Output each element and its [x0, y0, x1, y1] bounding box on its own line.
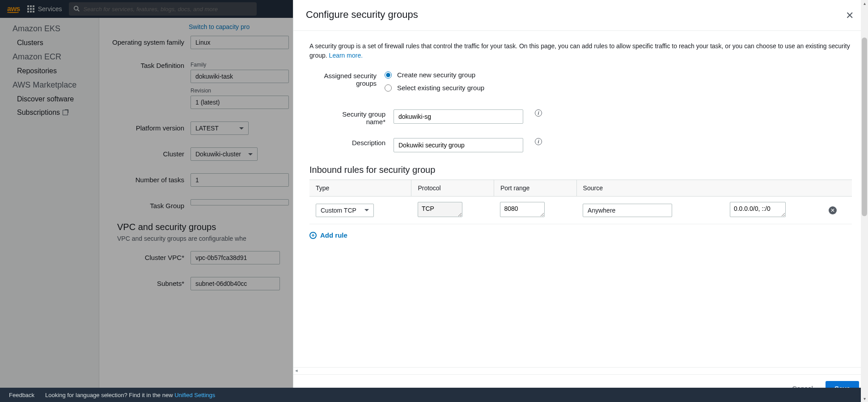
rule-source-cidr-field[interactable]	[730, 202, 786, 217]
chevron-down-icon	[364, 209, 369, 211]
sg-description-label: Description	[332, 138, 385, 147]
learn-more-link[interactable]: Learn more.	[329, 52, 363, 59]
th-port-range: Port range	[494, 180, 576, 197]
remove-rule-icon[interactable]: ✕	[829, 206, 837, 214]
scroll-up-icon: ▴	[864, 1, 866, 6]
modal-intro: A security group is a set of firewall ru…	[309, 42, 852, 60]
th-type: Type	[309, 180, 411, 197]
rule-port-field[interactable]	[500, 202, 545, 217]
rule-source-select[interactable]: Anywhere	[583, 204, 672, 217]
modal-horizontal-scrollbar[interactable]: ◂ ▸	[293, 367, 868, 374]
radio-create-sg[interactable]	[385, 71, 392, 79]
unified-settings-link[interactable]: Unified Settings	[174, 392, 217, 398]
modal-title: Configure security groups	[306, 9, 418, 21]
radio-create-sg-label: Create new security group	[397, 71, 475, 79]
plus-circle-icon: +	[309, 232, 317, 239]
scroll-down-icon: ▾	[864, 396, 866, 401]
modal-header: Configure security groups ✕	[293, 0, 868, 31]
rule-protocol-field	[418, 202, 462, 217]
feedback-link[interactable]: Feedback	[9, 392, 34, 398]
rule-type-select[interactable]: Custom TCP	[316, 204, 374, 217]
radio-select-sg[interactable]	[385, 84, 392, 92]
inbound-rules-table: Type Protocol Port range Source Custom T…	[309, 180, 852, 224]
add-rule-button[interactable]: + Add rule	[309, 231, 852, 239]
sg-name-input[interactable]	[394, 109, 523, 124]
modal-body: A security group is a set of firewall ru…	[293, 31, 868, 367]
page-scrollbar[interactable]: ▴ ▾	[861, 0, 868, 402]
table-header-row: Type Protocol Port range Source	[309, 180, 852, 197]
sg-name-label: Security group name*	[332, 109, 385, 126]
th-source: Source	[576, 180, 852, 197]
feedback-bar: Feedback Looking for language selection?…	[0, 388, 868, 402]
info-icon[interactable]: i	[535, 109, 542, 117]
scroll-left-icon: ◂	[295, 368, 298, 374]
th-protocol: Protocol	[411, 180, 494, 197]
radio-select-sg-label: Select existing security group	[397, 84, 484, 92]
inbound-rules-heading: Inbound rules for security group	[309, 165, 852, 175]
assigned-sg-label: Assigned security groups	[318, 71, 377, 87]
sg-description-input[interactable]	[394, 138, 523, 152]
language-prompt: Looking for language selection? Find it …	[45, 392, 217, 398]
info-icon[interactable]: i	[535, 138, 542, 145]
table-row: Custom TCP Anywhere	[309, 197, 852, 224]
configure-security-groups-modal: Configure security groups ✕ A security g…	[293, 0, 868, 402]
close-icon[interactable]: ✕	[844, 9, 855, 22]
scrollbar-thumb[interactable]	[862, 38, 867, 216]
